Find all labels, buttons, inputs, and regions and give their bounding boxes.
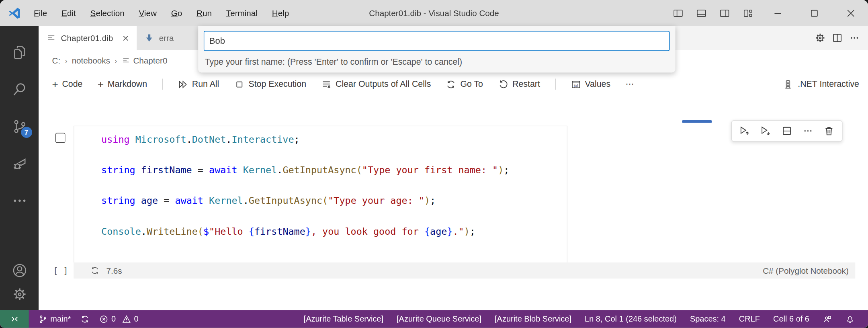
- cursor-position[interactable]: Ln 8, Col 1 (246 selected): [585, 314, 677, 323]
- cell-position[interactable]: Cell 6 of 6: [773, 314, 809, 323]
- toggle-primary-sidebar-icon[interactable]: [673, 8, 684, 19]
- restart-button[interactable]: Restart: [498, 79, 540, 89]
- source-control-icon[interactable]: 7: [11, 119, 27, 135]
- code-line[interactable]: [101, 239, 567, 254]
- cell-more-actions-icon[interactable]: [802, 125, 814, 137]
- breadcrumb-folder[interactable]: notebooks: [72, 56, 110, 65]
- sync-icon: [80, 314, 90, 324]
- split-editor-icon[interactable]: [831, 32, 843, 44]
- notifications-item[interactable]: [845, 314, 855, 324]
- indentation[interactable]: Spaces: 4: [690, 314, 726, 323]
- bell-icon: [845, 314, 855, 324]
- titlebar: File Edit Selection View Go Run Terminal…: [0, 0, 868, 27]
- run-and-debug-icon[interactable]: [11, 156, 27, 172]
- menu-view[interactable]: View: [134, 6, 162, 20]
- menu-file[interactable]: File: [29, 6, 52, 20]
- tab-close-icon[interactable]: [121, 33, 130, 42]
- breadcrumb-file[interactable]: Chapter0: [133, 56, 167, 65]
- svg-text:(x): (x): [574, 83, 578, 87]
- breadcrumb-drive[interactable]: C:: [52, 56, 60, 65]
- git-branch-icon: [38, 314, 47, 324]
- search-icon[interactable]: [11, 81, 27, 97]
- cell-run-state-icon[interactable]: [55, 133, 66, 143]
- menu-help[interactable]: Help: [267, 6, 294, 20]
- execute-above-icon[interactable]: [739, 125, 751, 137]
- toolbar-more-button[interactable]: ⋯: [625, 79, 634, 89]
- azurite-blob-service[interactable]: [Azurite Blob Service]: [495, 314, 571, 323]
- code-line[interactable]: using Microsoft.DotNet.Interactive;: [101, 132, 567, 148]
- vscode-logo-icon: [8, 6, 21, 20]
- accounts-icon[interactable]: [11, 262, 27, 279]
- chevron-right-icon: ›: [115, 56, 117, 65]
- clear-outputs-button[interactable]: Clear Outputs of All Cells: [321, 79, 431, 89]
- add-code-cell-button[interactable]: +Code: [52, 79, 82, 89]
- menu-edit[interactable]: Edit: [57, 6, 81, 20]
- menu-run[interactable]: Run: [192, 6, 217, 20]
- close-button[interactable]: [845, 8, 857, 19]
- code-line[interactable]: string age = await Kernel.GetInputAsync(…: [101, 193, 567, 209]
- notebook-file-icon: [121, 57, 130, 65]
- kernel-picker[interactable]: .NET Interactive: [783, 79, 859, 89]
- add-markdown-cell-button[interactable]: +Markdown: [98, 79, 147, 89]
- code-cell-editor[interactable]: using Microsoft.DotNet.Interactive; stri…: [74, 126, 567, 262]
- eol-sequence[interactable]: CRLF: [739, 314, 760, 323]
- tab-label: Chapter01.dib: [61, 33, 113, 43]
- cell-language-picker[interactable]: C# (Polyglot Notebook): [763, 266, 855, 275]
- cell-progress-indicator: [682, 120, 712, 123]
- plus-icon: +: [98, 79, 104, 89]
- errors-icon: [99, 314, 108, 324]
- problems-item[interactable]: 0 0: [99, 314, 139, 324]
- toggle-secondary-sidebar-icon[interactable]: [719, 8, 730, 19]
- stop-execution-button[interactable]: Stop Execution: [234, 79, 306, 89]
- menu-terminal[interactable]: Terminal: [221, 6, 262, 20]
- maximize-button[interactable]: [809, 8, 820, 19]
- run-all-button[interactable]: Run All: [178, 79, 219, 89]
- feedback-item[interactable]: [823, 314, 832, 324]
- goto-sync-icon: [446, 79, 457, 89]
- status-bar: main* 0 0 [Azurite Table Service] [Azuri…: [0, 310, 868, 328]
- cell-toolbar: [731, 120, 843, 142]
- download-arrow-file-icon: [145, 33, 154, 43]
- code-lines[interactable]: using Microsoft.DotNet.Interactive; stri…: [74, 126, 567, 254]
- warnings-icon: [122, 314, 131, 324]
- restart-icon: [498, 79, 508, 89]
- sync-changes-item[interactable]: [80, 314, 90, 324]
- menu-selection[interactable]: Selection: [85, 6, 129, 20]
- minimize-button[interactable]: [772, 8, 784, 19]
- execution-count: [ ]: [53, 266, 68, 276]
- more-actions-icon[interactable]: [849, 32, 860, 44]
- azurite-queue-service[interactable]: [Azurite Queue Service]: [397, 314, 481, 323]
- clear-outputs-icon: [321, 79, 332, 89]
- source-control-badge: 7: [21, 127, 32, 138]
- customize-layout-icon[interactable]: [742, 8, 753, 19]
- additional-views-icon[interactable]: [11, 193, 27, 209]
- delete-cell-icon[interactable]: [823, 125, 835, 137]
- code-line[interactable]: [101, 148, 567, 163]
- execute-below-icon[interactable]: [760, 125, 772, 137]
- code-line[interactable]: [101, 178, 567, 193]
- values-button[interactable]: (x)Values: [571, 79, 611, 89]
- split-cell-icon[interactable]: [781, 125, 793, 137]
- remote-icon: [10, 314, 19, 324]
- settings-gear-icon[interactable]: [11, 286, 27, 302]
- explorer-icon[interactable]: [11, 44, 27, 60]
- quick-input-field[interactable]: [204, 31, 670, 51]
- menu-bar: File Edit Selection View Go Run Terminal…: [29, 6, 294, 20]
- vscode-window: File Edit Selection View Go Run Terminal…: [0, 0, 868, 328]
- configure-gear-icon[interactable]: [814, 32, 826, 44]
- git-branch-item[interactable]: main*: [38, 314, 71, 324]
- code-line[interactable]: [101, 209, 567, 224]
- notebook-file-icon: [47, 33, 56, 43]
- notebook-body: using Microsoft.DotNet.Interactive; stri…: [39, 97, 868, 310]
- menu-go[interactable]: Go: [166, 6, 187, 20]
- goto-button[interactable]: Go To: [446, 79, 483, 89]
- code-line[interactable]: string firstName = await Kernel.GetInput…: [101, 163, 567, 178]
- toggle-panel-icon[interactable]: [696, 8, 707, 19]
- azurite-table-service[interactable]: [Azurite Table Service]: [304, 314, 383, 323]
- editor-actions: [814, 26, 868, 50]
- remote-indicator[interactable]: [0, 310, 29, 328]
- tab-chapter01[interactable]: Chapter01.dib: [39, 26, 137, 50]
- code-line[interactable]: Console.WriteLine($"Hello {firstName}, y…: [101, 224, 567, 239]
- plus-icon: +: [52, 79, 58, 89]
- execution-duration: 7.6s: [106, 266, 122, 275]
